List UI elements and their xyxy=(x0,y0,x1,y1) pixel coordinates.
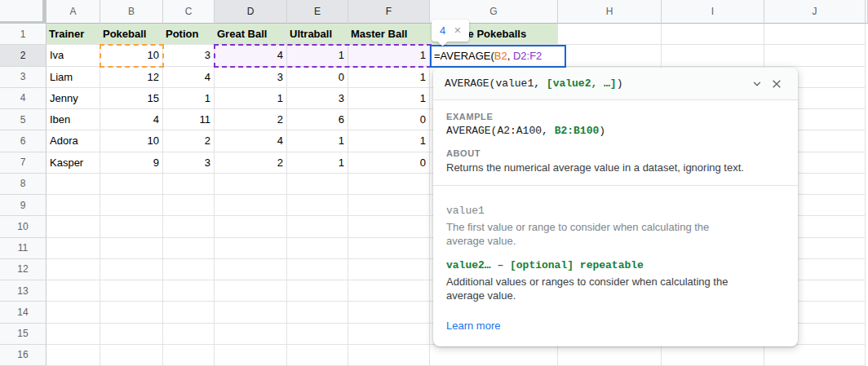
cell-F1[interactable]: Master Ball xyxy=(348,24,430,45)
cell-C14[interactable] xyxy=(163,302,215,323)
cell-B9[interactable] xyxy=(100,195,163,216)
row-header-13[interactable]: 13 xyxy=(0,280,46,302)
row-header-12[interactable]: 12 xyxy=(0,259,46,280)
cell-A10[interactable] xyxy=(46,216,100,237)
cell-D4[interactable]: 1 xyxy=(215,88,287,109)
cell-A13[interactable] xyxy=(46,280,100,302)
cell-E10[interactable] xyxy=(287,216,348,237)
cell-E13[interactable] xyxy=(287,280,348,302)
cell-C3[interactable]: 4 xyxy=(163,67,215,88)
cell-J1[interactable] xyxy=(764,24,866,45)
cell-D7[interactable]: 2 xyxy=(215,152,287,174)
row-header-7[interactable]: 7 xyxy=(0,152,46,174)
cell-C6[interactable]: 2 xyxy=(163,130,215,152)
popup-close-icon[interactable] xyxy=(767,74,786,94)
cell-D15[interactable] xyxy=(215,324,287,345)
cell-B5[interactable]: 4 xyxy=(100,109,163,130)
cell-A2[interactable]: Iva xyxy=(46,45,100,66)
cell-E3[interactable]: 0 xyxy=(287,67,348,88)
select-all-corner[interactable] xyxy=(0,0,46,24)
cell-J2[interactable] xyxy=(764,45,866,66)
cell-F11[interactable] xyxy=(348,238,430,259)
cell-H16[interactable] xyxy=(558,345,662,366)
cell-A12[interactable] xyxy=(46,259,100,280)
cell-C9[interactable] xyxy=(163,195,215,216)
column-header-D[interactable]: D xyxy=(215,0,287,24)
column-header-F[interactable]: F xyxy=(348,0,430,24)
cell-F6[interactable]: 1 xyxy=(348,130,430,152)
cell-D14[interactable] xyxy=(215,302,287,323)
row-header-4[interactable]: 4 xyxy=(0,88,46,109)
column-header-E[interactable]: E xyxy=(287,0,348,24)
chip-close-icon[interactable]: ✕ xyxy=(454,25,461,36)
cell-D8[interactable] xyxy=(215,174,287,195)
cell-H2[interactable] xyxy=(558,45,662,66)
column-header-B[interactable]: B xyxy=(100,0,163,24)
cell-E12[interactable] xyxy=(287,259,348,280)
cell-I1[interactable] xyxy=(662,24,764,45)
cell-B3[interactable]: 12 xyxy=(100,67,163,88)
cell-C1[interactable]: Potion xyxy=(163,24,215,45)
cell-B12[interactable] xyxy=(100,259,163,280)
cell-I16[interactable] xyxy=(662,345,764,366)
cell-D10[interactable] xyxy=(215,216,287,237)
cell-B10[interactable] xyxy=(100,216,163,237)
collapse-chevron-icon[interactable] xyxy=(747,74,767,94)
cell-A7[interactable]: Kasper xyxy=(46,152,100,174)
cell-C15[interactable] xyxy=(163,324,215,345)
cell-D12[interactable] xyxy=(215,259,287,280)
cell-D16[interactable] xyxy=(215,345,287,366)
row-header-16[interactable]: 16 xyxy=(0,345,46,366)
cell-E11[interactable] xyxy=(287,238,348,259)
row-header-1[interactable]: 1 xyxy=(0,24,46,45)
cell-B14[interactable] xyxy=(100,302,163,323)
cell-J16[interactable] xyxy=(764,345,866,366)
column-header-H[interactable]: H xyxy=(558,0,662,24)
cell-E15[interactable] xyxy=(287,324,348,345)
cell-D13[interactable] xyxy=(215,280,287,302)
cell-C11[interactable] xyxy=(163,238,215,259)
cell-C5[interactable]: 11 xyxy=(163,109,215,130)
cell-F7[interactable]: 0 xyxy=(348,152,430,174)
cell-D3[interactable]: 3 xyxy=(215,67,287,88)
cell-E16[interactable] xyxy=(287,345,348,366)
cell-A8[interactable] xyxy=(46,174,100,195)
cell-H1[interactable] xyxy=(558,24,662,45)
cell-C2[interactable]: 3 xyxy=(163,45,215,66)
cell-C13[interactable] xyxy=(163,280,215,302)
cell-E7[interactable]: 1 xyxy=(287,152,348,174)
cell-D11[interactable] xyxy=(215,238,287,259)
cell-A1[interactable]: Trainer xyxy=(46,24,100,45)
cell-A16[interactable] xyxy=(46,345,100,366)
column-header-I[interactable]: I xyxy=(662,0,764,24)
cell-A15[interactable] xyxy=(46,324,100,345)
cell-D5[interactable]: 2 xyxy=(215,109,287,130)
cell-C7[interactable]: 3 xyxy=(163,152,215,174)
row-header-5[interactable]: 5 xyxy=(0,109,46,130)
cell-F8[interactable] xyxy=(348,174,430,195)
cell-E1[interactable]: Ultraball xyxy=(287,24,348,45)
cell-F12[interactable] xyxy=(348,259,430,280)
cell-F10[interactable] xyxy=(348,216,430,237)
row-header-2[interactable]: 2 xyxy=(0,45,46,66)
row-header-11[interactable]: 11 xyxy=(0,238,46,259)
cell-E4[interactable]: 3 xyxy=(287,88,348,109)
row-header-6[interactable]: 6 xyxy=(0,130,46,152)
cell-C16[interactable] xyxy=(163,345,215,366)
cell-F9[interactable] xyxy=(348,195,430,216)
cell-A9[interactable] xyxy=(46,195,100,216)
column-header-C[interactable]: C xyxy=(163,0,215,24)
row-header-15[interactable]: 15 xyxy=(0,324,46,345)
cell-B7[interactable]: 9 xyxy=(100,152,163,174)
cell-F5[interactable]: 0 xyxy=(348,109,430,130)
cell-C8[interactable] xyxy=(163,174,215,195)
row-header-14[interactable]: 14 xyxy=(0,302,46,323)
learn-more-link[interactable]: Learn more xyxy=(446,320,500,332)
cell-E14[interactable] xyxy=(287,302,348,323)
cell-F15[interactable] xyxy=(348,324,430,345)
cell-B4[interactable]: 15 xyxy=(100,88,163,109)
cell-A6[interactable]: Adora xyxy=(46,130,100,152)
cell-F4[interactable]: 1 xyxy=(348,88,430,109)
row-header-3[interactable]: 3 xyxy=(0,67,46,88)
cell-E9[interactable] xyxy=(287,195,348,216)
